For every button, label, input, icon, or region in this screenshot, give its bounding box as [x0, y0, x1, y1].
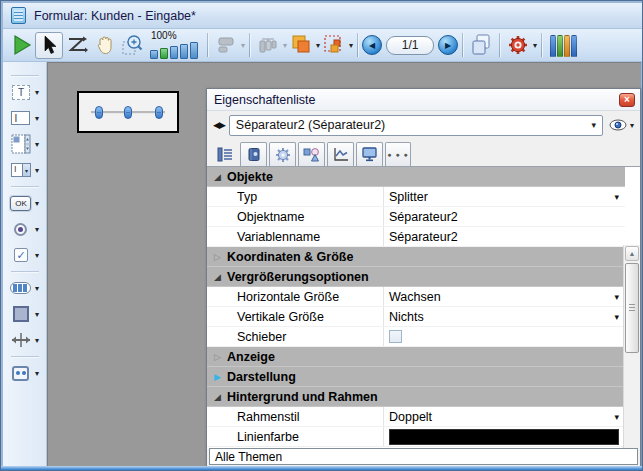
- textfield-tool-dropdown-icon[interactable]: ▾: [35, 114, 39, 123]
- tab-more[interactable]: ● ● ●: [385, 142, 411, 166]
- zoom-level-label: 100%: [151, 30, 177, 41]
- play-icon: [10, 34, 32, 56]
- section-vergroesserungsoptionen[interactable]: ◢ Vergrößerungsoptionen: [207, 267, 625, 287]
- previous-page-button[interactable]: ◀: [362, 35, 382, 55]
- zoom-bar-icon[interactable]: [150, 50, 158, 59]
- property-value[interactable]: Nichts: [389, 310, 614, 324]
- property-value[interactable]: Séparateur2: [389, 230, 619, 244]
- property-value[interactable]: Wachsen: [389, 290, 614, 304]
- grid-scrollbar[interactable]: ▲ ▼: [623, 245, 640, 449]
- form-preview[interactable]: [77, 91, 179, 133]
- properties-panel: Eigenschaftenliste × ◀▶ Séparateur2 (Sép…: [206, 88, 641, 468]
- zoom-bar-icon[interactable]: [180, 44, 188, 59]
- frame-tool[interactable]: ▾: [10, 304, 39, 324]
- radiobutton-tool-icon: [14, 223, 27, 236]
- property-value[interactable]: Doppelt: [389, 410, 614, 424]
- frame-tool-dropdown-icon[interactable]: ▾: [35, 310, 39, 319]
- selection-handle-right[interactable]: [155, 106, 163, 119]
- scrollbar-thumb[interactable]: [625, 263, 639, 353]
- property-value[interactable]: Séparateur2: [389, 210, 619, 224]
- settings-dropdown-icon[interactable]: ▾: [533, 41, 537, 50]
- library-books-icon[interactable]: [550, 33, 577, 57]
- checkbox-tool[interactable]: ✓ ▾: [10, 245, 39, 265]
- object-selector-combobox[interactable]: Séparateur2 (Séparateur2) ▾: [229, 115, 603, 136]
- section-objekte[interactable]: ◢ Objekte: [207, 167, 625, 187]
- visibility-filter-button[interactable]: ▾: [609, 119, 634, 131]
- select-tool-button[interactable]: [35, 32, 63, 59]
- chevron-down-icon[interactable]: ▾: [614, 312, 619, 322]
- gear-icon: [275, 147, 291, 163]
- object-prev-next-icon[interactable]: ◀▶: [213, 120, 225, 130]
- chevron-down-icon[interactable]: ▾: [614, 412, 619, 422]
- custom-control-tool-dropdown-icon[interactable]: ▾: [35, 369, 39, 378]
- zoom-bar-current-icon[interactable]: [160, 48, 168, 59]
- radiobutton-tool-dropdown-icon[interactable]: ▾: [35, 225, 39, 234]
- chevron-down-icon[interactable]: ▾: [614, 192, 619, 202]
- label-tool-dropdown-icon[interactable]: ▾: [35, 88, 39, 97]
- section-darstellung[interactable]: ▶ Darstellung: [207, 367, 625, 387]
- button-tool[interactable]: OK ▾: [10, 193, 39, 213]
- zoom-bar-icon[interactable]: [190, 42, 198, 59]
- splitter-tool-icon: [11, 332, 31, 348]
- theme-filter-bar[interactable]: Alle Themen: [209, 448, 638, 465]
- pages-button[interactable]: [467, 32, 495, 59]
- selection-mode-button[interactable]: [320, 32, 348, 59]
- progressbar-tool-dropdown-icon[interactable]: ▾: [35, 284, 39, 293]
- property-row-schieber[interactable]: Schieber: [207, 327, 625, 347]
- listbox-tool[interactable]: ▾: [10, 134, 39, 154]
- tab-help[interactable]: [240, 142, 267, 166]
- settings-button[interactable]: [504, 32, 532, 59]
- combobox-tool[interactable]: I▾ ▾: [10, 160, 39, 180]
- run-form-button[interactable]: [7, 32, 35, 59]
- zoom-bar-icon[interactable]: [170, 46, 178, 59]
- arrange-order-button[interactable]: [287, 32, 315, 59]
- radiobutton-tool[interactable]: ▾: [10, 219, 39, 239]
- checkbox-tool-icon: ✓: [14, 248, 28, 262]
- zoom-region-button[interactable]: [119, 32, 147, 59]
- combobox-tool-dropdown-icon[interactable]: ▾: [35, 166, 39, 175]
- tab-settings[interactable]: [269, 142, 296, 166]
- tab-order-button[interactable]: [63, 32, 91, 59]
- line-color-swatch[interactable]: [389, 429, 619, 445]
- button-tool-dropdown-icon[interactable]: ▾: [35, 199, 39, 208]
- label-tool[interactable]: T ▾: [10, 82, 39, 102]
- section-hintergrund-und-rahmen[interactable]: ◢ Hintergrund und Rahmen: [207, 387, 625, 407]
- tab-display[interactable]: [356, 142, 383, 166]
- schieber-checkbox[interactable]: [389, 330, 402, 343]
- tab-objects[interactable]: [298, 142, 325, 166]
- tab-chart[interactable]: [327, 142, 354, 166]
- property-row-variablenname[interactable]: Variablenname Séparateur2: [207, 227, 625, 247]
- property-row-linienfarbe[interactable]: Linienfarbe: [207, 427, 625, 447]
- scroll-up-button[interactable]: ▲: [625, 246, 639, 261]
- next-page-button[interactable]: ▶: [438, 35, 458, 55]
- pan-tool-button[interactable]: [91, 32, 119, 59]
- title-bar[interactable]: Formular: Kunden - Eingabe*: [3, 3, 642, 29]
- property-row-rahmenstil[interactable]: Rahmenstil Doppelt ▾: [207, 407, 625, 427]
- section-anzeige[interactable]: ▷ Anzeige: [207, 347, 625, 367]
- selection-mode-dropdown-icon[interactable]: ▾: [349, 41, 353, 50]
- chevron-down-icon[interactable]: ▾: [614, 292, 619, 302]
- zoom-level-control[interactable]: 100%: [150, 32, 200, 59]
- property-row-objektname[interactable]: Objektname Séparateur2: [207, 207, 625, 227]
- selection-handle-center[interactable]: [124, 106, 132, 119]
- section-title: Anzeige: [227, 350, 275, 364]
- property-value[interactable]: Splitter: [389, 190, 614, 204]
- selection-handle-left[interactable]: [95, 106, 103, 119]
- property-row-vertikale-groesse[interactable]: Vertikale Größe Nichts ▾: [207, 307, 625, 327]
- close-button[interactable]: ×: [619, 93, 635, 107]
- tab-properties[interactable]: [211, 142, 238, 166]
- textfield-tool[interactable]: I ▾: [10, 108, 39, 128]
- progressbar-tool[interactable]: ▾: [10, 278, 39, 298]
- properties-panel-titlebar[interactable]: Eigenschaftenliste ×: [207, 89, 640, 111]
- zoom-magnifier-icon: [122, 34, 144, 56]
- page-indicator[interactable]: 1/1: [386, 36, 434, 55]
- splitter-tool-dropdown-icon[interactable]: ▾: [35, 336, 39, 345]
- checkbox-tool-dropdown-icon[interactable]: ▾: [35, 251, 39, 260]
- custom-control-tool[interactable]: ▾: [10, 363, 39, 383]
- section-koordinaten[interactable]: ▷ Koordinaten & Größe: [207, 247, 625, 267]
- splitter-tool[interactable]: ▾: [10, 330, 39, 350]
- property-row-typ[interactable]: Typ Splitter ▾: [207, 187, 625, 207]
- select-objects-icon: [323, 34, 345, 56]
- listbox-tool-dropdown-icon[interactable]: ▾: [35, 140, 39, 149]
- property-row-horizontale-groesse[interactable]: Horizontale Größe Wachsen ▾: [207, 287, 625, 307]
